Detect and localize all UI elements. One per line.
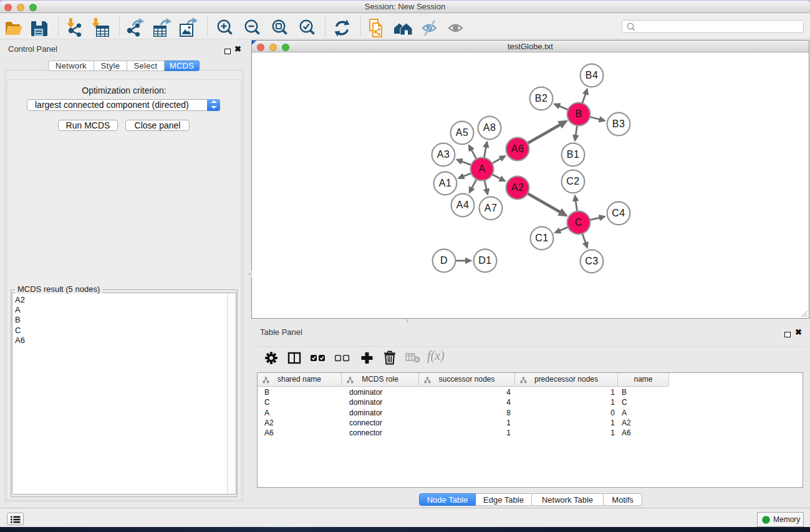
svg-text:B: B: [575, 109, 582, 119]
svg-text:C3: C3: [585, 256, 598, 266]
svg-text:C2: C2: [566, 176, 579, 186]
svg-text:A6: A6: [511, 143, 524, 154]
svg-text:A2: A2: [511, 182, 524, 193]
svg-text:B4: B4: [586, 70, 598, 80]
svg-text:B1: B1: [567, 149, 579, 160]
svg-text:A: A: [478, 163, 485, 174]
svg-text:D1: D1: [478, 255, 491, 266]
svg-text:D: D: [440, 255, 448, 266]
svg-text:A8: A8: [483, 122, 496, 133]
svg-text:B3: B3: [612, 118, 625, 129]
svg-text:A4: A4: [456, 200, 469, 210]
svg-text:C: C: [575, 217, 582, 228]
svg-text:C1: C1: [535, 233, 548, 243]
svg-text:A5: A5: [456, 127, 468, 138]
svg-text:A7: A7: [485, 203, 497, 213]
svg-text:C4: C4: [612, 208, 625, 218]
svg-text:A3: A3: [437, 149, 450, 160]
svg-text:A1: A1: [439, 178, 451, 188]
svg-text:B2: B2: [535, 93, 547, 104]
